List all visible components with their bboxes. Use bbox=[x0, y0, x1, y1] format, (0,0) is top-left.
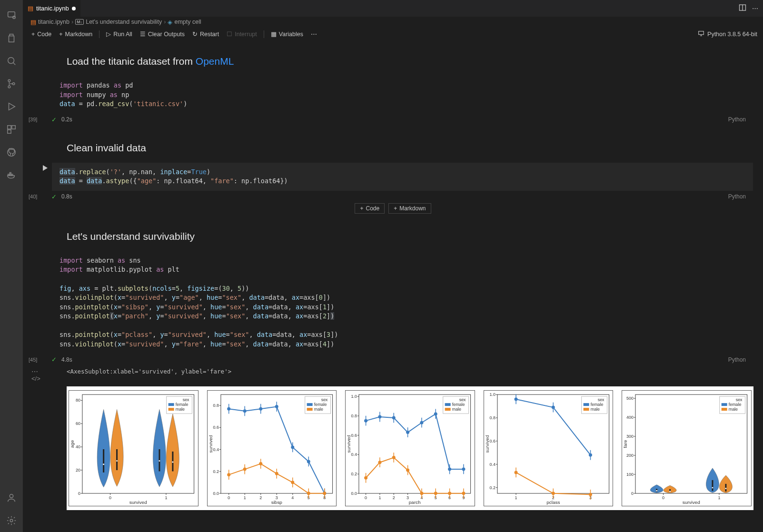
notebook-file-icon: ▤ bbox=[30, 19, 36, 26]
breadcrumb[interactable]: ▤ titanic.ipynb › M↓ Let's understand su… bbox=[23, 17, 763, 27]
section-heading: Load the titanic dataset from OpenML bbox=[67, 56, 744, 67]
svg-text:60: 60 bbox=[76, 422, 80, 426]
markdown-cell[interactable]: Load the titanic dataset from OpenML bbox=[23, 41, 763, 73]
output-collapse-icon[interactable]: ⋯ bbox=[31, 368, 38, 375]
svg-point-1 bbox=[13, 16, 16, 19]
svg-text:80: 80 bbox=[76, 398, 80, 403]
svg-text:female: female bbox=[729, 403, 742, 407]
svg-text:200: 200 bbox=[626, 453, 634, 458]
insert-markdown-button[interactable]: +Markdown bbox=[388, 203, 431, 214]
svg-text:female: female bbox=[452, 403, 465, 407]
tab-title: titanic.ipynb bbox=[36, 5, 69, 12]
kernel-picker[interactable]: Python 3.8.5 64-bit bbox=[707, 31, 757, 38]
breadcrumb-section[interactable]: Let's understand survivability bbox=[86, 19, 162, 25]
svg-text:parch: parch bbox=[409, 500, 421, 505]
run-cell-button[interactable] bbox=[41, 164, 49, 173]
svg-text:0: 0 bbox=[78, 491, 80, 496]
settings-gear-icon[interactable] bbox=[0, 509, 23, 532]
svg-text:male: male bbox=[314, 407, 323, 412]
more-actions-icon[interactable]: ⋯ bbox=[752, 5, 758, 12]
toolbar-more-button[interactable]: ⋯ bbox=[308, 30, 320, 39]
code-cell[interactable]: import seaborn as sns import matplotlib.… bbox=[51, 251, 753, 365]
interrupt-icon: ☐ bbox=[227, 30, 232, 38]
remote-icon[interactable] bbox=[0, 4, 23, 27]
svg-point-4 bbox=[8, 86, 10, 88]
notebook-toolbar: +Code +Markdown ▷Run All ☰Clear Outputs … bbox=[23, 27, 763, 41]
code-cell[interactable]: data.replace('?', np.nan, inplace=True) … bbox=[51, 162, 753, 202]
insert-code-button[interactable]: +Code bbox=[355, 203, 385, 214]
code-input[interactable]: import seaborn as sns import matplotlib.… bbox=[51, 251, 753, 355]
language-label[interactable]: Python bbox=[728, 193, 746, 200]
variables-button[interactable]: ▦Variables bbox=[268, 30, 306, 39]
breadcrumb-cell[interactable]: empty cell bbox=[174, 19, 201, 25]
svg-text:0: 0 bbox=[631, 491, 634, 496]
section-heading: Clean invalid data bbox=[67, 142, 744, 154]
svg-text:pclass: pclass bbox=[546, 500, 560, 505]
run-all-button[interactable]: ▷Run All bbox=[103, 30, 135, 39]
svg-text:sex: sex bbox=[736, 398, 743, 403]
clear-outputs-button[interactable]: ☰Clear Outputs bbox=[137, 30, 188, 39]
svg-text:1: 1 bbox=[515, 495, 517, 500]
chart-violin-age: 02040608001survivedagesexfemalemale bbox=[69, 390, 198, 506]
insert-cell-bar: +Code +Markdown bbox=[23, 203, 763, 214]
breadcrumb-file[interactable]: titanic.ipynb bbox=[38, 19, 69, 25]
svg-text:fare: fare bbox=[623, 440, 628, 448]
extensions-icon[interactable] bbox=[0, 118, 23, 141]
svg-rect-7 bbox=[12, 126, 15, 129]
github-icon[interactable] bbox=[0, 141, 23, 164]
markdown-cell[interactable]: Let's understand survivability bbox=[23, 217, 763, 248]
svg-text:0.0: 0.0 bbox=[351, 491, 357, 496]
editor-area: ▤ titanic.ipynb ⋯ ▤ titanic.ipynb › M↓ L… bbox=[23, 0, 763, 532]
chart-violin-fare: 010020030040050001survivedfaresexfemalem… bbox=[622, 390, 752, 506]
markdown-cell[interactable]: Clean invalid data bbox=[23, 128, 763, 159]
search-icon[interactable] bbox=[0, 49, 23, 72]
docker-icon[interactable] bbox=[0, 164, 23, 187]
tab-titanic[interactable]: ▤ titanic.ipynb bbox=[23, 0, 81, 17]
add-code-button[interactable]: +Code bbox=[29, 30, 54, 39]
restart-button[interactable]: ↻Restart bbox=[189, 30, 222, 39]
notebook-file-icon: ▤ bbox=[28, 5, 33, 12]
language-label[interactable]: Python bbox=[728, 356, 746, 363]
accounts-icon[interactable] bbox=[0, 486, 23, 509]
svg-rect-13 bbox=[10, 173, 11, 174]
code-input[interactable]: data.replace('?', np.nan, inplace=True) … bbox=[51, 162, 753, 191]
svg-point-3 bbox=[8, 79, 10, 82]
add-markdown-button[interactable]: +Markdown bbox=[56, 30, 95, 39]
explorer-icon[interactable] bbox=[0, 27, 23, 49]
output-code-toggle-icon[interactable]: </> bbox=[31, 375, 40, 382]
variables-icon: ▦ bbox=[271, 30, 277, 38]
code-cell[interactable]: import pandas as pd import numpy as np d… bbox=[51, 76, 753, 125]
run-debug-icon[interactable] bbox=[0, 95, 23, 118]
execution-status: [40] ✓ 0.8s Python bbox=[51, 191, 753, 202]
svg-point-2 bbox=[8, 58, 14, 64]
svg-text:0.8: 0.8 bbox=[213, 404, 218, 408]
source-control-icon[interactable] bbox=[0, 72, 23, 95]
split-editor-icon[interactable] bbox=[739, 4, 746, 13]
dirty-indicator-icon[interactable] bbox=[72, 7, 76, 10]
svg-text:age: age bbox=[69, 440, 75, 448]
svg-text:female: female bbox=[314, 403, 327, 407]
interrupt-button[interactable]: ☐Interrupt bbox=[224, 30, 260, 39]
svg-text:0.8: 0.8 bbox=[351, 414, 357, 418]
svg-rect-212 bbox=[583, 404, 589, 406]
svg-rect-177 bbox=[445, 408, 451, 411]
markdown-section-icon: M↓ bbox=[75, 19, 84, 25]
svg-point-14 bbox=[10, 494, 13, 498]
plus-icon: + bbox=[360, 205, 363, 212]
kernel-server-icon bbox=[698, 30, 704, 38]
svg-point-36 bbox=[103, 464, 104, 465]
svg-text:0.2: 0.2 bbox=[489, 485, 495, 490]
notebook-body[interactable]: Load the titanic dataset from OpenML imp… bbox=[23, 41, 763, 532]
execution-count: [39] bbox=[29, 117, 37, 122]
svg-text:2: 2 bbox=[259, 495, 262, 500]
code-input[interactable]: import pandas as pd import numpy as np d… bbox=[51, 76, 753, 114]
svg-text:100: 100 bbox=[626, 472, 634, 477]
execution-count: [40] bbox=[29, 194, 37, 199]
svg-text:survived: survived bbox=[208, 435, 213, 453]
openml-link[interactable]: OpenML bbox=[196, 56, 234, 67]
clear-icon: ☰ bbox=[140, 30, 146, 38]
svg-rect-6 bbox=[8, 126, 11, 129]
svg-text:survived: survived bbox=[129, 500, 147, 505]
svg-text:male: male bbox=[452, 407, 461, 412]
language-label[interactable]: Python bbox=[728, 116, 746, 123]
